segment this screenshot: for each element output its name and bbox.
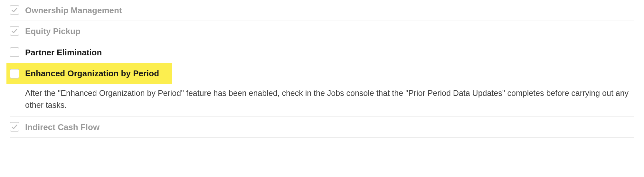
check-icon (11, 27, 18, 34)
list-item: Equity Pickup (10, 21, 634, 42)
check-icon (11, 6, 18, 14)
feature-label: Enhanced Organization by Period (25, 68, 159, 79)
feature-description-block: After the "Enhanced Organization by Peri… (10, 84, 634, 111)
list-item: Enhanced Organization by Period After th… (10, 63, 634, 116)
feature-description: After the "Enhanced Organization by Peri… (25, 88, 629, 110)
list-item: Partner Elimination (10, 42, 634, 63)
checkbox-enhanced-org-by-period[interactable] (10, 69, 19, 79)
feature-label: Equity Pickup (25, 25, 80, 37)
label-wrap: Ownership Management (25, 5, 122, 16)
check-icon (11, 123, 18, 130)
highlighted-feature-row: Enhanced Organization by Period (10, 63, 634, 84)
checkbox-partner-elimination[interactable] (10, 47, 19, 57)
feature-label: Ownership Management (25, 5, 122, 16)
checkbox-indirect-cash-flow[interactable] (10, 122, 19, 132)
label-wrap: Partner Elimination (25, 47, 102, 58)
label-wrap: Equity Pickup (25, 25, 80, 37)
checkbox-ownership-management[interactable] (10, 5, 19, 15)
list-item: Ownership Management (10, 0, 634, 21)
highlight-region: Enhanced Organization by Period (6, 63, 172, 84)
list-item: Indirect Cash Flow (10, 117, 634, 138)
label-wrap: Indirect Cash Flow (25, 121, 99, 133)
feature-list: Ownership Management Equity Pickup Partn… (0, 0, 644, 138)
checkbox-equity-pickup[interactable] (10, 26, 19, 36)
feature-label: Partner Elimination (25, 47, 102, 58)
feature-label: Indirect Cash Flow (25, 121, 99, 133)
